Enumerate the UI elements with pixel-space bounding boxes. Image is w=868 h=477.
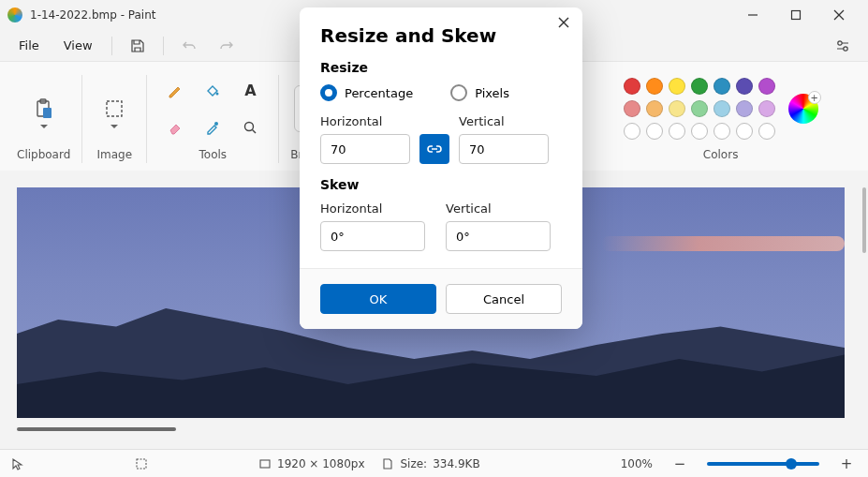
color-swatch[interactable] [646, 78, 663, 95]
vertical-scrollbar[interactable] [862, 187, 866, 253]
dimensions-text: 1920 × 1080px [277, 457, 364, 470]
svg-rect-9 [107, 101, 122, 116]
color-swatch[interactable] [691, 78, 708, 95]
radio-icon [320, 84, 337, 101]
dialog-close-button[interactable] [558, 17, 569, 28]
separator [81, 75, 82, 163]
color-swatches [624, 78, 775, 140]
skew-vertical-label: Vertical [446, 201, 562, 216]
save-button[interactable] [122, 32, 154, 60]
window-title: 1-14-2022.bmp - Paint [30, 8, 156, 22]
zoom-slider-thumb[interactable] [786, 458, 797, 470]
skew-horizontal-label: Horizontal [320, 201, 436, 216]
ribbon-group-tools: A Tools [151, 67, 274, 171]
text-tool[interactable]: A [233, 73, 267, 107]
color-swatch[interactable] [646, 100, 663, 117]
color-swatch[interactable] [758, 78, 775, 95]
color-swatch[interactable] [714, 100, 730, 117]
svg-line-13 [253, 130, 257, 134]
magnifier-tool[interactable] [233, 111, 267, 144]
skew-horizontal-input[interactable] [320, 221, 425, 251]
resize-horizontal-label: Horizontal [320, 114, 410, 128]
color-swatch[interactable] [691, 100, 708, 117]
fill-tool[interactable] [196, 73, 229, 107]
color-swatch-empty[interactable] [646, 123, 663, 140]
resize-vertical-input[interactable] [459, 134, 549, 164]
ribbon-group-image: Image [86, 67, 142, 171]
size-value: 334.9KB [433, 457, 479, 470]
select-button[interactable] [96, 85, 133, 132]
ribbon-label-tools: Tools [199, 148, 228, 167]
zoom-out-button[interactable]: − [669, 454, 690, 474]
color-swatch-empty[interactable] [736, 123, 753, 140]
ribbon-group-clipboard: Clipboard [9, 67, 78, 171]
redo-button[interactable] [211, 32, 243, 60]
skew-heading: Skew [320, 177, 562, 192]
svg-point-12 [245, 123, 254, 131]
svg-rect-15 [260, 460, 270, 468]
ribbon-label-colors: Colors [703, 148, 739, 167]
color-swatch[interactable] [669, 100, 685, 117]
skew-vertical-input[interactable] [446, 221, 551, 251]
resize-skew-dialog: Resize and Skew Resize Percentage Pixels… [300, 7, 582, 329]
color-swatch-empty[interactable] [624, 123, 640, 140]
selection-indicator-icon [135, 457, 148, 470]
svg-point-4 [838, 40, 842, 44]
eraser-tool[interactable] [158, 111, 192, 144]
color-swatch[interactable] [758, 100, 775, 117]
color-swatch-empty[interactable] [758, 123, 775, 140]
radio-percentage[interactable]: Percentage [320, 84, 413, 101]
ribbon-label-clipboard: Clipboard [17, 148, 70, 167]
color-swatch[interactable] [736, 78, 753, 95]
radio-pixels[interactable]: Pixels [450, 84, 509, 101]
horizontal-scrollbar[interactable] [17, 427, 176, 431]
separator [146, 75, 147, 163]
radio-icon [450, 84, 467, 101]
settings-button[interactable] [827, 32, 859, 60]
cancel-button[interactable]: Cancel [446, 284, 562, 314]
size-label: Size: [400, 457, 427, 470]
undo-button[interactable] [173, 32, 205, 60]
color-picker-tool[interactable] [196, 111, 229, 144]
maximize-button[interactable] [774, 0, 817, 30]
edit-colors-button[interactable]: + [788, 94, 818, 124]
svg-rect-14 [137, 459, 146, 469]
color-swatch-empty[interactable] [691, 123, 708, 140]
ribbon-label-image: Image [97, 148, 133, 167]
ribbon-group-colors: + Colors [616, 67, 826, 171]
separator [278, 75, 279, 163]
color-swatch[interactable] [714, 78, 730, 95]
color-swatch[interactable] [624, 100, 640, 117]
pencil-tool[interactable] [158, 73, 192, 107]
app-icon [7, 7, 22, 22]
color-swatch[interactable] [624, 78, 640, 95]
separator [111, 37, 112, 55]
color-swatch[interactable] [669, 78, 685, 95]
resize-vertical-label: Vertical [459, 114, 549, 128]
svg-point-11 [214, 122, 218, 126]
zoom-in-button[interactable]: + [836, 454, 857, 474]
color-swatch-empty[interactable] [714, 123, 730, 140]
svg-point-10 [216, 93, 219, 96]
svg-rect-8 [43, 108, 51, 118]
menu-view[interactable]: View [54, 33, 102, 58]
paste-button[interactable] [25, 85, 63, 132]
image-cloud [601, 236, 845, 251]
color-swatch[interactable] [736, 100, 753, 117]
radio-percentage-label: Percentage [345, 86, 413, 100]
ok-button[interactable]: OK [320, 284, 436, 314]
filesize-indicator: Size: 334.9KB [381, 457, 479, 470]
minimize-button[interactable] [731, 0, 774, 30]
separator [163, 37, 164, 55]
cursor-tool-icon [11, 457, 24, 470]
color-swatch-empty[interactable] [669, 123, 685, 140]
close-button[interactable] [817, 0, 861, 30]
svg-rect-1 [792, 11, 801, 20]
menu-file[interactable]: File [9, 33, 49, 58]
zoom-slider[interactable] [707, 462, 819, 466]
svg-point-5 [844, 46, 847, 50]
resize-horizontal-input[interactable] [320, 134, 410, 164]
dimensions-indicator: 1920 × 1080px [258, 457, 364, 470]
aspect-lock-button[interactable] [419, 134, 449, 164]
resize-heading: Resize [320, 60, 562, 75]
